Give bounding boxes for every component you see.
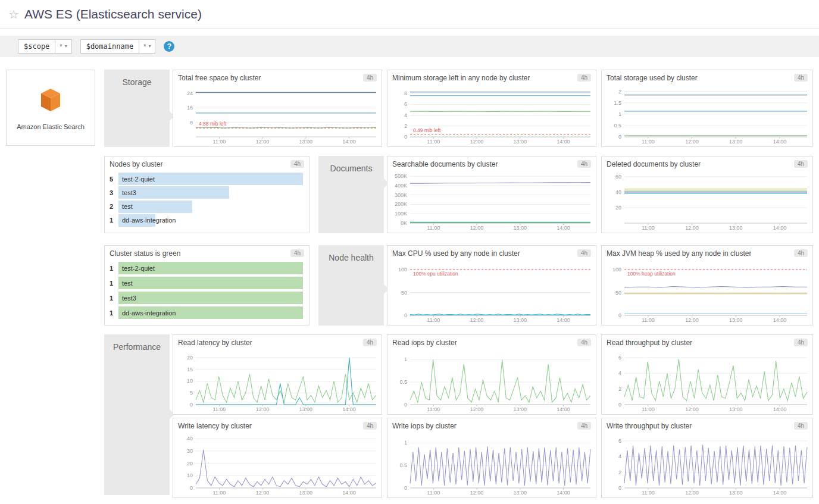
svg-text:16: 16 (187, 105, 193, 111)
svg-text:4: 4 (404, 112, 407, 118)
svg-text:100: 100 (612, 267, 621, 273)
svg-text:40: 40 (615, 189, 621, 195)
toplist-label: dd-aws-integration (122, 217, 176, 224)
svg-text:100K: 100K (395, 211, 407, 217)
favorite-star-icon[interactable]: ☆ (8, 7, 19, 21)
time-range-badge: 4h (794, 160, 808, 168)
toplist-bar-track: test-2-quiet (118, 262, 303, 274)
template-var-scope: $scope * ▾ (18, 39, 72, 54)
svg-text:4.88 mib left: 4.88 mib left (199, 121, 227, 127)
svg-text:11:00: 11:00 (642, 317, 655, 323)
toplist-row[interactable]: 1dd-aws-integration (110, 214, 303, 227)
svg-text:13:00: 13:00 (514, 490, 527, 496)
chart-plot-area[interactable]: 20406011:0012:0013:0014:00 (604, 171, 810, 231)
svg-text:0K: 0K (401, 220, 407, 226)
chart-plot-area[interactable]: 8162411:0012:0013:0014:004.88 mib left (176, 84, 379, 145)
svg-text:12:00: 12:00 (470, 490, 484, 496)
svg-text:10: 10 (187, 472, 193, 478)
template-var-scope-value: * (60, 42, 62, 51)
svg-text:0: 0 (618, 134, 621, 140)
chart-title: Read iops by cluster (392, 339, 457, 347)
svg-text:14:00: 14:00 (773, 225, 787, 231)
time-range-badge: 4h (794, 422, 808, 430)
svg-text:20: 20 (615, 205, 621, 211)
chart-searchable-documents: Searchable documents by cluster4h 0K100K… (387, 156, 596, 233)
toplist-bar-track: dd-aws-integration (118, 214, 303, 227)
dashboard-header: ☆ AWS ES (Elasticsearch service) (0, 0, 819, 29)
chart-plot-area[interactable]: 0510152011:0012:0013:0014:00 (176, 349, 379, 412)
chart-plot-area[interactable]: 00.5111:0012:0013:0014:00 (390, 349, 593, 412)
svg-text:0: 0 (404, 402, 407, 408)
svg-text:15: 15 (187, 367, 193, 372)
svg-text:12:00: 12:00 (470, 406, 484, 412)
svg-text:6: 6 (618, 438, 621, 444)
time-range-badge: 4h (577, 249, 591, 257)
svg-text:12:00: 12:00 (685, 490, 699, 496)
template-variable-bar: $scope * ▾ $domainname * ▾ ? (0, 36, 819, 57)
toplist-row[interactable]: 5test-2-quiet (110, 173, 303, 185)
chart-write-throughput: Write throughput by cluster4h 024611:001… (601, 418, 813, 498)
svg-text:12:00: 12:00 (685, 139, 699, 145)
chart-nodes-by-cluster: Nodes by cluster4h 5test-2-quiet3test32t… (104, 156, 310, 233)
amazon-elasticsearch-label: Amazon Elastic Search (17, 123, 85, 130)
svg-text:14:00: 14:00 (773, 406, 787, 412)
toplist-row[interactable]: 1test3 (110, 292, 303, 304)
toplist-value: 1 (110, 265, 118, 272)
svg-text:11:00: 11:00 (212, 139, 226, 145)
toplist-bar (118, 277, 303, 289)
amazon-elasticsearch-widget: Amazon Elastic Search (6, 70, 95, 146)
svg-text:14:00: 14:00 (557, 139, 570, 145)
chart-plot-area[interactable]: 00.5111:0012:0013:0014:00 (390, 433, 593, 496)
chart-plot-area[interactable]: 05010011:0012:0013:0014:00100% heap util… (604, 260, 810, 323)
toplist-row[interactable]: 2test (110, 201, 303, 213)
template-var-domainname-name[interactable]: $domainname (80, 39, 139, 54)
chart-title: Read latency by cluster (178, 339, 252, 347)
help-icon[interactable]: ? (164, 41, 174, 52)
chart-plot-area[interactable]: 024611:0012:0013:0014:00 (604, 349, 810, 412)
chart-title: Read throughput by cluster (607, 339, 692, 347)
template-var-domainname-dropdown[interactable]: * ▾ (139, 39, 155, 54)
chart-plot-area[interactable]: 024611:0012:0013:0014:00 (604, 433, 810, 496)
toplist-row[interactable]: 1dd-aws-integration (110, 306, 303, 319)
svg-text:12:00: 12:00 (256, 406, 270, 412)
chart-title: Write iops by cluster (392, 422, 457, 430)
timeseries-svg: 00.511.5211:0012:0013:0014:00 (604, 84, 810, 145)
chart-plot-area[interactable]: 01020304011:0012:0013:0014:00 (176, 433, 379, 496)
chart-plot-area[interactable]: 00.511.5211:0012:0013:0014:00 (604, 84, 810, 145)
toplist-area[interactable]: 5test-2-quiet3test32test1dd-aws-integrat… (110, 173, 303, 227)
toplist-area[interactable]: 1test-2-quiet1test1test31dd-aws-integrat… (110, 262, 303, 319)
svg-text:14:00: 14:00 (557, 225, 570, 231)
svg-text:14:00: 14:00 (557, 317, 570, 323)
toplist-label: test-2-quiet (122, 176, 155, 183)
timeseries-svg: 00.5111:0012:0013:0014:00 (390, 433, 593, 496)
time-range-badge: 4h (577, 160, 591, 168)
svg-text:8: 8 (190, 120, 193, 126)
svg-text:12:00: 12:00 (685, 406, 699, 412)
template-var-scope-name[interactable]: $scope (18, 39, 55, 54)
svg-text:11:00: 11:00 (427, 490, 440, 496)
svg-text:24: 24 (187, 90, 193, 96)
svg-text:14:00: 14:00 (342, 490, 356, 496)
svg-text:12:00: 12:00 (470, 225, 484, 231)
toplist-row[interactable]: 1test-2-quiet (110, 262, 303, 274)
chart-title: Nodes by cluster (110, 160, 162, 168)
svg-text:300K: 300K (395, 192, 407, 198)
chart-plot-area[interactable]: 0246811:0012:0013:0014:000.49 mib left (390, 84, 593, 145)
dashboard-page: ☆ AWS ES (Elasticsearch service) $scope … (0, 0, 819, 504)
svg-text:11:00: 11:00 (642, 139, 655, 145)
chart-min-storage-left: Minimum storage left in any node by clus… (387, 70, 596, 147)
svg-text:0: 0 (190, 402, 193, 408)
timeseries-svg: 024611:0012:0013:0014:00 (604, 433, 810, 496)
chart-plot-area[interactable]: 05010011:0012:0013:0014:00100% cpu utili… (390, 260, 593, 323)
toplist-row[interactable]: 3test3 (110, 186, 303, 199)
svg-text:11:00: 11:00 (642, 490, 655, 496)
toplist-value: 2 (110, 203, 118, 210)
template-var-scope-dropdown[interactable]: * ▾ (55, 39, 71, 54)
svg-text:0: 0 (404, 485, 407, 491)
svg-text:14:00: 14:00 (342, 139, 356, 145)
timeseries-svg: 0510152011:0012:0013:0014:00 (176, 349, 379, 412)
svg-text:50: 50 (401, 290, 407, 296)
svg-text:0: 0 (618, 485, 621, 491)
chart-plot-area[interactable]: 0K100K200K300K400K500K11:0012:0013:0014:… (390, 171, 593, 231)
toplist-row[interactable]: 1test (110, 277, 303, 289)
